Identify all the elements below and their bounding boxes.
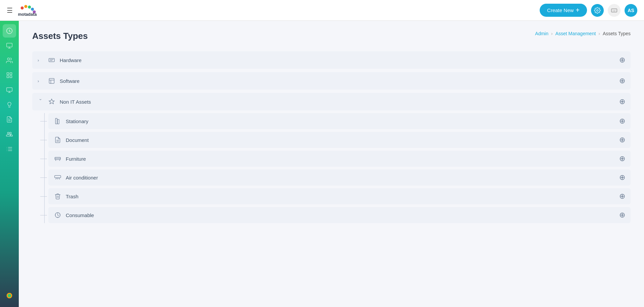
air-conditioner-label: Air conditioner (66, 175, 98, 181)
sidebar-item-help[interactable] (3, 289, 16, 302)
help-icon (6, 292, 13, 299)
add-software-button[interactable]: ⊕ (619, 77, 625, 85)
nested-row-trash[interactable]: Trash ⊕ (48, 188, 631, 204)
create-new-button[interactable]: Create New + (540, 4, 587, 17)
svg-point-3 (31, 7, 34, 10)
svg-rect-29 (55, 118, 57, 124)
sidebar-item-list[interactable] (3, 142, 16, 156)
gear-icon (594, 7, 601, 14)
user-avatar[interactable]: AS (625, 4, 637, 17)
sidebar-item-lightbulb[interactable] (3, 98, 16, 111)
furniture-icon (54, 155, 62, 162)
svg-rect-28 (49, 79, 54, 84)
svg-rect-30 (57, 119, 59, 124)
trash-icon (54, 193, 62, 200)
chevron-down-icon: › (38, 99, 43, 105)
svg-rect-13 (7, 76, 9, 78)
nested-row-furniture[interactable]: Furniture ⊕ (48, 151, 631, 167)
sidebar-bottom (3, 289, 16, 302)
add-document-button[interactable]: ⊕ (619, 136, 625, 144)
main-layout: Assets Types Admin › Asset Management › … (0, 21, 644, 307)
sidebar-item-grid[interactable] (3, 68, 16, 82)
non-it-children-list: Stationary ⊕ (32, 113, 631, 223)
asset-row-non-it-left: › Non IT Assets (38, 98, 91, 105)
furniture-left: Furniture (54, 155, 86, 162)
asset-row-non-it[interactable]: › Non IT Assets ⊕ (32, 93, 631, 110)
stationary-icon (54, 118, 62, 124)
team-icon (6, 131, 13, 138)
non-it-children: Stationary ⊕ (32, 113, 631, 223)
add-stationary-button[interactable]: ⊕ (619, 117, 625, 125)
monitor-icon (6, 42, 13, 49)
document-icon (6, 116, 13, 123)
asset-types-list: › Hardware ⊕ › (32, 51, 631, 223)
add-air-conditioner-button[interactable]: ⊕ (619, 174, 625, 181)
hardware-icon (48, 57, 56, 63)
breadcrumb-sep-1: › (551, 31, 553, 36)
consumable-label: Consumable (66, 212, 94, 218)
svg-point-10 (7, 58, 10, 60)
sidebar-item-team[interactable] (3, 127, 16, 141)
keyboard-icon (611, 7, 618, 14)
breadcrumb-admin[interactable]: Admin (535, 31, 548, 36)
plus-icon: + (576, 6, 580, 14)
consumable-left: Consumable (54, 212, 94, 218)
document-left: Document (54, 137, 89, 143)
desktop-icon (6, 87, 13, 93)
software-label: Software (60, 78, 79, 84)
nested-row-document[interactable]: Document ⊕ (48, 132, 631, 148)
settings-button[interactable] (591, 4, 604, 17)
add-consumable-button[interactable]: ⊕ (619, 211, 625, 219)
trash-left: Trash (54, 193, 78, 200)
svg-text:motadata: motadata (18, 12, 37, 16)
users-icon (6, 57, 13, 64)
add-trash-button[interactable]: ⊕ (619, 193, 625, 200)
hardware-label: Hardware (60, 57, 82, 63)
hamburger-menu[interactable]: ☰ (7, 6, 13, 14)
breadcrumb-sep-2: › (598, 31, 600, 36)
grid-icon (6, 72, 13, 79)
svg-rect-11 (7, 73, 9, 75)
chevron-right-icon: › (38, 58, 44, 63)
svg-rect-9 (7, 43, 12, 47)
breadcrumb-asset-management[interactable]: Asset Management (555, 31, 596, 36)
sidebar-item-desktop[interactable] (3, 83, 16, 97)
sidebar-item-users[interactable] (3, 54, 16, 67)
non-it-label: Non IT Assets (60, 99, 91, 105)
document-label: Document (66, 137, 89, 143)
sidebar-item-dashboard[interactable] (3, 24, 16, 38)
nested-row-stationary[interactable]: Stationary ⊕ (48, 113, 631, 129)
dashboard-icon (6, 28, 13, 34)
create-new-label: Create New (547, 7, 574, 13)
stationary-left: Stationary (54, 118, 89, 124)
chevron-right-icon: › (38, 79, 44, 84)
nested-row-air-conditioner[interactable]: Air conditioner ⊕ (48, 169, 631, 186)
asset-row-software[interactable]: › Software ⊕ (32, 72, 631, 90)
svg-rect-27 (49, 58, 55, 62)
svg-rect-15 (7, 88, 12, 91)
add-hardware-button[interactable]: ⊕ (619, 56, 625, 64)
sidebar-item-monitor[interactable] (3, 39, 16, 52)
list-icon (6, 146, 13, 152)
air-conditioner-left: Air conditioner (54, 174, 98, 181)
air-conditioner-icon (54, 174, 62, 181)
asset-row-software-left: › Software (38, 78, 79, 84)
svg-point-2 (28, 5, 31, 8)
non-it-icon (48, 98, 56, 105)
svg-rect-34 (55, 175, 61, 178)
stationary-label: Stationary (66, 118, 89, 124)
svg-point-1 (24, 5, 27, 8)
add-furniture-button[interactable]: ⊕ (619, 155, 625, 162)
trash-label: Trash (66, 194, 78, 199)
furniture-label: Furniture (66, 156, 86, 162)
software-icon (48, 78, 56, 84)
document-asset-icon (54, 137, 62, 143)
svg-rect-14 (10, 76, 12, 78)
asset-row-hardware[interactable]: › Hardware ⊕ (32, 51, 631, 69)
non-it-assets-section: › Non IT Assets ⊕ (32, 93, 631, 223)
svg-point-26 (8, 294, 11, 297)
sidebar-item-document[interactable] (3, 113, 16, 126)
nested-row-consumable[interactable]: Consumable ⊕ (48, 207, 631, 223)
keyboard-button[interactable] (608, 4, 621, 17)
add-non-it-button[interactable]: ⊕ (619, 98, 625, 105)
